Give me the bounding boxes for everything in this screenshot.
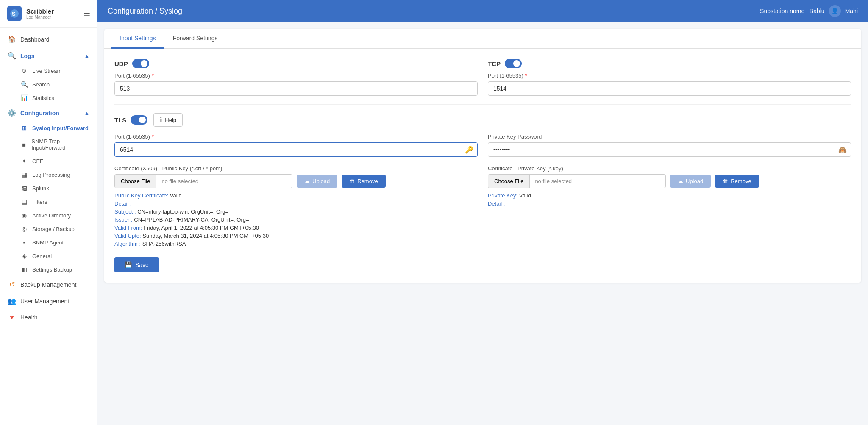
public-key-detail-line: Detail :	[114, 200, 478, 207]
sidebar-item-user-management[interactable]: 👥 User Management	[0, 293, 97, 309]
sidebar-item-dashboard[interactable]: 🏠 Dashboard	[0, 31, 97, 47]
tls-port-label: Port (1-65535) *	[114, 133, 478, 140]
filters-icon: ▤	[20, 198, 28, 205]
udp-port-required: *	[152, 72, 154, 79]
sidebar-item-general[interactable]: ◈ General	[0, 249, 97, 263]
main-card: Input Settings Forward Settings UDP	[104, 29, 861, 283]
public-key-label: Certificate (X509) - Public Key (*.crt /…	[114, 165, 478, 172]
private-key-password-input[interactable]	[488, 142, 851, 157]
private-key-choose-file-btn[interactable]: Choose File	[488, 175, 530, 188]
user-management-icon: 👥	[8, 297, 16, 305]
snmp-trap-icon: ▣	[20, 141, 27, 148]
tab-forward-settings[interactable]: Forward Settings	[164, 29, 226, 49]
public-key-cert-info: Public Key Certificate: Valid Detail : S…	[114, 192, 478, 247]
private-key-upload-btn[interactable]: ☁ Upload	[670, 175, 711, 188]
content-area: Input Settings Forward Settings UDP	[97, 22, 868, 425]
certificates-row: Certificate (X509) - Public Key (*.crt /…	[114, 165, 851, 249]
substation-label: Substation name : Bablu	[760, 8, 825, 14]
user-avatar: 👤	[829, 5, 841, 17]
public-key-remove-btn[interactable]: 🗑 Remove	[342, 175, 385, 188]
sidebar-item-dashboard-label: Dashboard	[20, 36, 50, 43]
tcp-port-required: *	[525, 72, 527, 79]
udp-label: UDP	[114, 59, 478, 68]
public-key-section: Certificate (X509) - Public Key (*.crt /…	[114, 165, 478, 249]
udp-port-label: Port (1-65535) *	[114, 72, 478, 79]
eye-off-icon[interactable]: 🙈	[838, 146, 847, 154]
sidebar-item-live-stream[interactable]: ⊙ Live Stream	[0, 64, 97, 78]
trash-icon-2: 🗑	[723, 178, 728, 184]
tabs-bar: Input Settings Forward Settings	[104, 29, 861, 49]
public-key-upload-btn[interactable]: ☁ Upload	[297, 175, 337, 188]
sidebar-logs-label: Logs	[20, 53, 34, 59]
hamburger-icon[interactable]: ☰	[83, 9, 90, 18]
sidebar-general-label: General	[32, 253, 52, 259]
syslog-icon: ⊞	[20, 125, 28, 131]
storage-icon: ◎	[20, 225, 28, 232]
key-icon: 🔑	[465, 146, 473, 154]
sidebar-item-active-directory[interactable]: ◉ Active Directory	[0, 208, 97, 222]
sidebar-item-logs[interactable]: 🔍 Logs ▲	[0, 47, 97, 64]
private-key-detail-line: Detail :	[488, 200, 851, 207]
sidebar-cef-label: CEF	[32, 158, 43, 164]
sidebar-backup-label: Backup Management	[20, 281, 76, 288]
sidebar-settings-backup-label: Settings Backup	[32, 267, 72, 273]
topbar: Configuration / Syslog Substation name :…	[97, 0, 868, 22]
tls-port-password-row: Port (1-65535) * 🔑 Private Key Password	[114, 133, 851, 157]
save-button[interactable]: 💾 Save	[114, 257, 159, 272]
udp-tcp-row: UDP Port (1-65535) *	[114, 59, 851, 96]
sidebar-item-filters[interactable]: ▤ Filters	[0, 195, 97, 208]
tcp-port-input[interactable]	[488, 81, 851, 96]
settings-backup-icon: ◧	[20, 266, 28, 273]
sidebar-item-settings-backup[interactable]: ◧ Settings Backup	[0, 263, 97, 276]
cef-icon: ✦	[20, 158, 28, 164]
page-title: Configuration / Syslog	[108, 7, 760, 16]
help-button[interactable]: ℹ Help	[153, 113, 183, 127]
live-stream-icon: ⊙	[20, 67, 28, 74]
private-key-section: Certificate - Private Key (*.key) Choose…	[488, 165, 851, 249]
trash-icon: 🗑	[349, 178, 355, 184]
public-key-issuer-line: Issuer : CN=PPLAB-AD-PRIMARY-CA, OrgUnit…	[114, 217, 478, 223]
sidebar-item-backup-management[interactable]: ↺ Backup Management	[0, 276, 97, 293]
udp-toggle[interactable]	[132, 59, 149, 68]
tcp-toggle[interactable]	[505, 59, 522, 68]
tls-port-input[interactable]	[114, 142, 478, 157]
tab-input-settings[interactable]: Input Settings	[111, 29, 164, 49]
private-key-no-file: no file selected	[530, 175, 577, 188]
sidebar-item-health[interactable]: ♥ Health	[0, 309, 97, 325]
sidebar-syslog-label: Syslog Input/Forward	[32, 125, 89, 131]
public-key-choose-file-btn[interactable]: Choose File	[115, 175, 156, 188]
private-key-cert-info: Private Key: Valid Detail :	[488, 192, 851, 207]
private-key-remove-btn[interactable]: 🗑 Remove	[715, 175, 759, 188]
upload-cloud-icon: ☁	[304, 178, 310, 184]
sidebar-item-snmp-trap[interactable]: ▣ SNMP Trap Input/Forward	[0, 135, 97, 154]
public-key-subject-line: Subject : CN=nfury-laptop-win, OrgUnit=,…	[114, 208, 478, 215]
save-icon: 💾	[125, 261, 132, 268]
sidebar-item-log-processing[interactable]: ▦ Log Processing	[0, 168, 97, 181]
sidebar-splunk-label: Splunk	[32, 185, 49, 192]
private-key-label: Certificate - Private Key (*.key)	[488, 165, 851, 172]
sidebar-item-statistics[interactable]: 📊 Statistics	[0, 91, 97, 105]
sidebar-item-syslog[interactable]: ⊞ Syslog Input/Forward	[0, 121, 97, 135]
configuration-icon: ⚙️	[8, 109, 16, 117]
private-key-file-row: Choose File no file selected ☁ Upload 🗑 …	[488, 174, 851, 188]
dashboard-icon: 🏠	[8, 35, 16, 43]
sidebar-snmp-trap-label: SNMP Trap Input/Forward	[31, 138, 89, 151]
private-key-file-box: Choose File no file selected	[488, 174, 666, 188]
sidebar-item-snmp-agent[interactable]: ▪ SNMP Agent	[0, 236, 97, 249]
logo-title: Scribbler	[26, 8, 54, 15]
sidebar-item-search[interactable]: 🔍 Search	[0, 78, 97, 91]
active-directory-icon: ◉	[20, 212, 28, 219]
tls-toggle[interactable]	[131, 115, 147, 125]
logs-icon: 🔍	[8, 52, 16, 60]
sidebar-statistics-label: Statistics	[32, 95, 54, 101]
logo-subtitle: Log Manager	[26, 15, 54, 19]
sidebar-item-configuration[interactable]: ⚙️ Configuration ▲	[0, 105, 97, 121]
sidebar-item-storage-backup[interactable]: ◎ Storage / Backup	[0, 222, 97, 236]
sidebar-item-cef[interactable]: ✦ CEF	[0, 154, 97, 168]
sidebar-log-processing-label: Log Processing	[32, 172, 70, 178]
udp-port-input[interactable]	[114, 81, 478, 96]
logs-chevron-icon: ▲	[84, 53, 89, 59]
public-key-valid-from-line: Valid From: Friday, April 1, 2022 at 4:0…	[114, 225, 478, 231]
tcp-label: TCP	[488, 59, 851, 68]
sidebar-item-splunk[interactable]: ▩ Splunk	[0, 181, 97, 195]
